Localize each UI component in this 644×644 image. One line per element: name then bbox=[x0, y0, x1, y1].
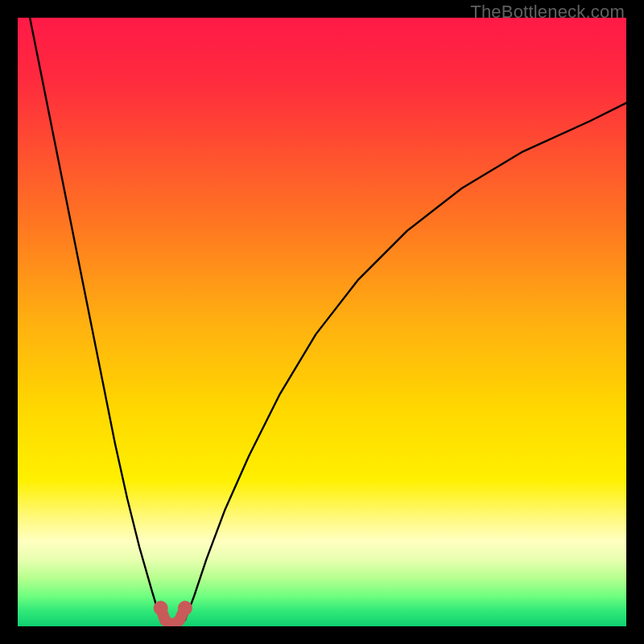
valley-endpoint-right bbox=[178, 601, 192, 615]
watermark-text: TheBottleneck.com bbox=[470, 2, 625, 23]
chart-frame bbox=[18, 18, 626, 626]
bottleneck-chart bbox=[18, 18, 626, 626]
gradient-background bbox=[18, 18, 626, 626]
valley-endpoint-left bbox=[154, 601, 168, 615]
